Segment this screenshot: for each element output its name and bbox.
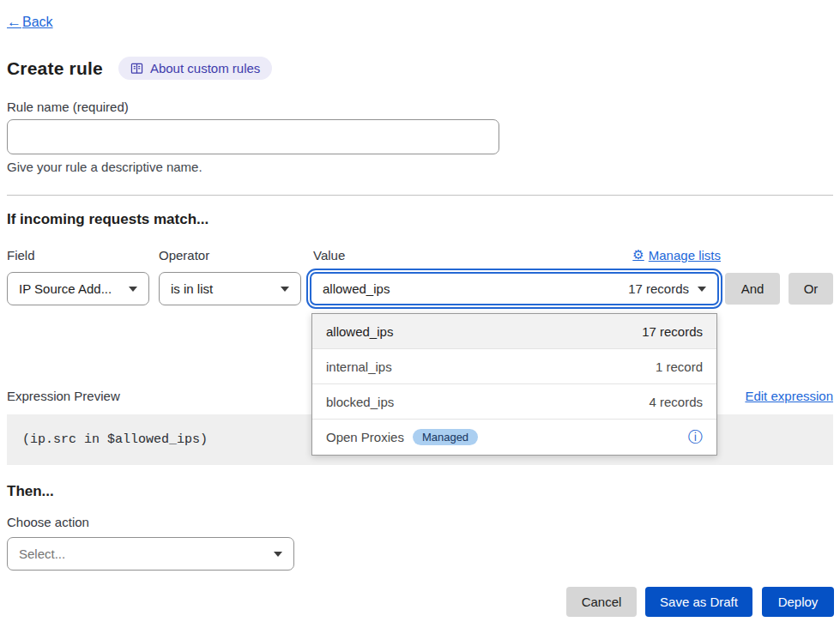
value-select-records: 17 records bbox=[628, 281, 689, 296]
field-label: Field bbox=[7, 248, 35, 263]
action-select[interactable]: Select... bbox=[7, 537, 294, 571]
save-as-draft-button[interactable]: Save as Draft bbox=[645, 587, 752, 617]
edit-expression-link[interactable]: Edit expression bbox=[745, 389, 833, 403]
then-section-heading: Then... bbox=[7, 483, 54, 500]
gear-icon: ⚙ bbox=[632, 247, 644, 263]
manage-lists-label: Manage lists bbox=[649, 248, 721, 263]
field-select[interactable]: IP Source Add... bbox=[7, 272, 149, 305]
list-item-open-proxies[interactable]: Open Proxies Managed ⓘ bbox=[312, 420, 716, 455]
choose-action-label: Choose action bbox=[7, 515, 89, 529]
back-arrow-icon: ← bbox=[7, 14, 21, 31]
value-dropdown-menu: allowed_ips 17 records internal_ips 1 re… bbox=[311, 313, 717, 456]
back-label: Back bbox=[22, 15, 53, 30]
list-item-records: 4 records bbox=[649, 395, 703, 409]
list-item-records: 17 records bbox=[642, 324, 703, 339]
manage-lists-link[interactable]: ⚙ Manage lists bbox=[632, 247, 721, 263]
chevron-down-icon bbox=[281, 287, 289, 292]
list-item-blocked-ips[interactable]: blocked_ips 4 records bbox=[312, 384, 716, 420]
list-item-records: 1 record bbox=[656, 359, 703, 374]
expression-code: (ip.src in $allowed_ips) bbox=[22, 432, 208, 447]
list-item-internal-ips[interactable]: internal_ips 1 record bbox=[312, 349, 716, 384]
value-label: Value bbox=[313, 248, 345, 263]
rule-name-input[interactable] bbox=[7, 119, 499, 154]
value-select-value: allowed_ips bbox=[323, 281, 390, 296]
chevron-down-icon bbox=[129, 287, 137, 292]
rule-name-helper-text: Give your rule a descriptive name. bbox=[7, 160, 202, 174]
title-row: Create rule About custom rules bbox=[7, 57, 272, 80]
rule-name-label: Rule name (required) bbox=[7, 100, 129, 114]
list-item-name: allowed_ips bbox=[326, 324, 393, 339]
match-section-heading: If incoming requests match... bbox=[7, 211, 208, 228]
list-item-name: blocked_ips bbox=[326, 395, 394, 409]
list-item-name: internal_ips bbox=[326, 359, 392, 374]
field-select-value: IP Source Add... bbox=[19, 281, 112, 296]
operator-select-value: is in list bbox=[171, 281, 213, 296]
about-badge-label: About custom rules bbox=[150, 61, 260, 75]
expression-preview-label: Expression Preview bbox=[7, 389, 120, 403]
page-title: Create rule bbox=[7, 58, 103, 79]
or-button[interactable]: Or bbox=[789, 273, 833, 305]
info-icon[interactable]: ⓘ bbox=[688, 430, 703, 444]
section-divider bbox=[7, 195, 833, 196]
operator-select[interactable]: is in list bbox=[159, 272, 301, 305]
managed-badge: Managed bbox=[413, 429, 478, 445]
action-select-placeholder: Select... bbox=[19, 546, 65, 561]
chevron-down-icon bbox=[274, 552, 282, 557]
book-icon bbox=[130, 63, 143, 75]
value-select[interactable]: allowed_ips 17 records bbox=[310, 272, 719, 305]
chevron-down-icon bbox=[698, 287, 706, 292]
cancel-button[interactable]: Cancel bbox=[566, 587, 637, 617]
and-button[interactable]: And bbox=[725, 273, 780, 305]
deploy-button[interactable]: Deploy bbox=[762, 587, 834, 617]
list-item-name: Open Proxies bbox=[326, 430, 404, 444]
operator-label: Operator bbox=[159, 248, 209, 263]
about-custom-rules-link[interactable]: About custom rules bbox=[118, 57, 272, 80]
back-link[interactable]: ←Back bbox=[7, 14, 53, 31]
list-item-allowed-ips[interactable]: allowed_ips 17 records bbox=[312, 314, 716, 349]
